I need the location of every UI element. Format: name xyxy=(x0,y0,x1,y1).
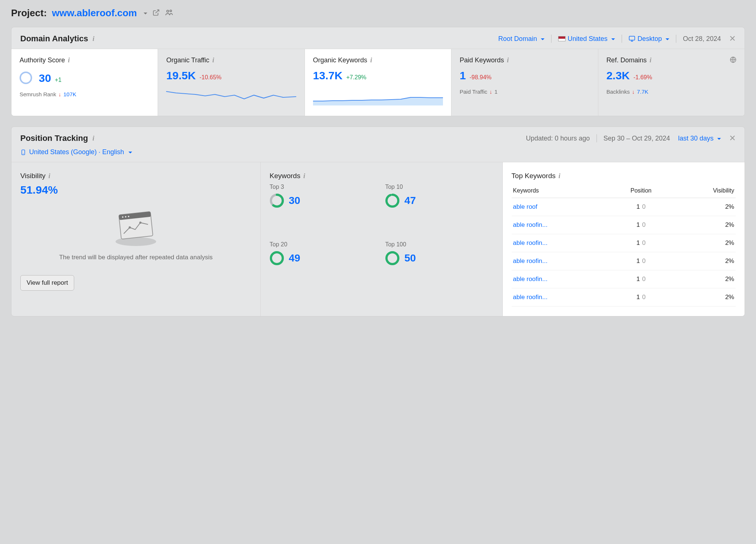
col-keywords[interactable]: Keywords xyxy=(512,184,610,198)
arrow-down-icon: ↓ xyxy=(58,91,61,97)
card-organic-keywords[interactable]: Organic Keywords i 13.7K +7.29% xyxy=(305,49,451,116)
sub-value: 7.7K xyxy=(637,89,648,95)
svg-point-22 xyxy=(386,195,398,207)
table-row: able roofin...102% xyxy=(512,288,736,306)
svg-point-26 xyxy=(386,252,398,264)
device-filter[interactable]: Desktop xyxy=(629,35,669,43)
authority-gauge-icon xyxy=(20,72,32,84)
svg-point-1 xyxy=(167,10,169,12)
desktop-icon xyxy=(629,35,635,42)
keyword-link[interactable]: able roof xyxy=(513,203,537,210)
panel-title: Position Tracking xyxy=(20,134,88,143)
keyword-group[interactable]: Top 330 xyxy=(269,184,378,208)
placeholder-text: The trend will be displayed after repeat… xyxy=(20,254,251,261)
group-label: Top 10 xyxy=(385,184,493,190)
metric-delta: -98.94% xyxy=(470,74,492,81)
scope-filter[interactable]: Root Domain xyxy=(498,35,544,43)
section-title: Keywords xyxy=(269,172,300,180)
sub-value: 107K xyxy=(63,91,76,97)
position-cell: 10 xyxy=(610,252,673,270)
metric-value: 1 xyxy=(460,69,466,82)
us-flag-icon xyxy=(558,36,566,41)
sub-label: Paid Traffic xyxy=(460,89,487,95)
card-organic-traffic[interactable]: Organic Traffic i 19.5K -10.65% xyxy=(158,49,305,116)
domain-analytics-panel: Domain Analytics i Root Domain United St… xyxy=(11,27,745,116)
card-title: Organic Keywords xyxy=(313,56,367,64)
donut-icon xyxy=(385,193,400,208)
info-icon[interactable]: i xyxy=(507,56,509,64)
visibility-cell: 2% xyxy=(672,288,736,306)
visibility-cell: 2% xyxy=(672,234,736,252)
position-cell: 10 xyxy=(610,198,673,216)
globe-icon[interactable] xyxy=(730,56,736,64)
external-link-icon[interactable] xyxy=(152,9,160,17)
card-title: Organic Traffic xyxy=(166,56,209,64)
metric-delta: -1.69% xyxy=(633,74,652,81)
metric-delta: +7.29% xyxy=(346,74,367,81)
sub-value: 1 xyxy=(494,89,497,95)
keyword-link[interactable]: able roofin... xyxy=(513,221,548,228)
period-filter[interactable]: last 30 days xyxy=(678,135,721,142)
locale-filter[interactable]: United States (Google) · English xyxy=(11,148,745,162)
info-icon[interactable]: i xyxy=(559,172,560,180)
sub-label: Backlinks xyxy=(606,89,630,95)
chevron-down-icon[interactable] xyxy=(142,10,147,16)
arrow-down-icon: ↓ xyxy=(489,89,492,95)
visibility-value: 51.94% xyxy=(20,184,251,196)
top-keywords-section: Top Keywords i Keywords Position Visibil… xyxy=(503,162,745,316)
visibility-section: Visibility i 51.94% The trend will be di… xyxy=(11,162,261,316)
visibility-cell: 2% xyxy=(672,216,736,234)
project-header: Project: www.ableroof.com xyxy=(11,7,745,19)
info-icon[interactable]: i xyxy=(92,135,94,142)
metric-value: 2.3K xyxy=(606,69,630,82)
info-icon[interactable]: i xyxy=(212,56,214,64)
project-label: Project: xyxy=(11,7,47,19)
metric-delta: +1 xyxy=(55,77,61,83)
project-domain-link[interactable]: www.ableroof.com xyxy=(52,7,137,19)
svg-rect-3 xyxy=(629,36,635,40)
keyword-link[interactable]: able roofin... xyxy=(513,294,548,301)
share-users-icon[interactable] xyxy=(165,8,173,18)
svg-point-2 xyxy=(170,10,172,12)
info-icon[interactable]: i xyxy=(303,172,305,180)
info-icon[interactable]: i xyxy=(93,35,94,43)
card-paid-keywords[interactable]: Paid Keywords i 1 -98.94% Paid Traffic ↓… xyxy=(451,49,598,116)
keyword-group[interactable]: Top 2049 xyxy=(269,241,378,266)
country-filter[interactable]: United States xyxy=(558,35,615,43)
info-icon[interactable]: i xyxy=(650,56,652,64)
group-value: 47 xyxy=(404,195,416,207)
visibility-cell: 2% xyxy=(672,198,736,216)
keyword-group[interactable]: Top 10050 xyxy=(385,241,493,266)
panel-title: Domain Analytics xyxy=(20,34,88,44)
table-row: able roofin...102% xyxy=(512,234,736,252)
card-ref-domains[interactable]: Ref. Domains i 2.3K -1.69% Backlinks ↓ 7… xyxy=(598,49,745,116)
card-title: Paid Keywords xyxy=(460,56,504,64)
date-range: Sep 30 – Oct 29, 2024 xyxy=(604,135,670,142)
table-row: able roof102% xyxy=(512,198,736,216)
keyword-link[interactable]: able roofin... xyxy=(513,239,548,246)
close-icon[interactable]: ✕ xyxy=(729,34,736,44)
arrow-down-icon: ↓ xyxy=(632,89,635,95)
info-icon[interactable]: i xyxy=(48,172,50,180)
table-row: able roofin...102% xyxy=(512,216,736,234)
close-icon[interactable]: ✕ xyxy=(729,134,736,143)
group-label: Top 20 xyxy=(269,241,378,248)
keyword-link[interactable]: able roofin... xyxy=(513,257,548,264)
panel-header: Position Tracking i Updated: 0 hours ago… xyxy=(11,127,745,148)
keyword-link[interactable]: able roofin... xyxy=(513,276,548,283)
analytics-date: Oct 28, 2024 xyxy=(683,35,721,43)
svg-marker-6 xyxy=(313,97,443,105)
info-icon[interactable]: i xyxy=(68,56,70,64)
view-full-report-button[interactable]: View full report xyxy=(20,275,74,291)
chevron-down-icon xyxy=(539,35,544,43)
card-authority-score[interactable]: Authority Score i 30 +1 Semrush Rank ↓ 1… xyxy=(11,49,158,116)
group-value: 49 xyxy=(289,252,300,264)
col-position[interactable]: Position xyxy=(610,184,673,198)
donut-icon xyxy=(385,251,400,266)
keyword-group[interactable]: Top 1047 xyxy=(385,184,493,208)
info-icon[interactable]: i xyxy=(370,56,372,64)
chevron-down-icon xyxy=(610,35,615,43)
col-visibility[interactable]: Visibility xyxy=(672,184,736,198)
metric-value: 13.7K xyxy=(313,69,343,82)
group-label: Top 3 xyxy=(269,184,378,190)
